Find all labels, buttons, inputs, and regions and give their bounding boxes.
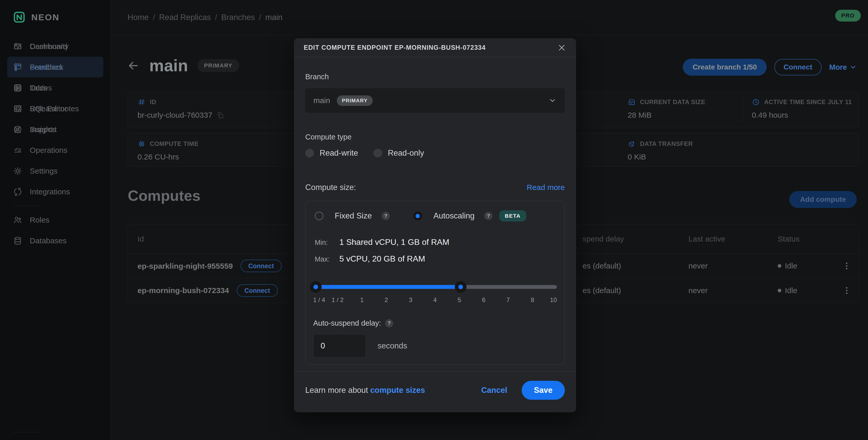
slider-tick: 4 bbox=[433, 296, 437, 304]
autoscaling-option[interactable]: Autoscaling ? bbox=[413, 211, 493, 221]
read-write-option[interactable]: Read-write bbox=[305, 149, 358, 158]
suspend-delay-cell: es (default) bbox=[583, 261, 621, 270]
topbar: Home / Read Replicas / Branches / main P… bbox=[111, 0, 868, 35]
community-icon bbox=[13, 41, 23, 51]
sidebar-item-support[interactable]: Support bbox=[7, 119, 103, 140]
modal-footer: Learn more about compute sizes Cancel Sa… bbox=[294, 371, 576, 412]
read-more-link[interactable]: Read more bbox=[527, 183, 565, 192]
read-only-option[interactable]: Read-only bbox=[373, 149, 424, 158]
breadcrumb-main: main bbox=[265, 13, 282, 22]
row-connect-button[interactable]: Connect bbox=[237, 284, 278, 297]
fixed-size-option[interactable]: Fixed Size ? bbox=[315, 211, 390, 221]
radio-icon bbox=[373, 149, 382, 157]
suspend-delay-cell: es (default) bbox=[583, 286, 621, 295]
add-compute-button[interactable]: Add compute bbox=[789, 191, 857, 208]
page-head: main PRIMARY bbox=[127, 56, 239, 75]
sidebar-item-community[interactable]: Community bbox=[7, 36, 103, 57]
sidebar-item-feedback[interactable]: Feedback bbox=[7, 57, 103, 77]
auto-suspend-input[interactable] bbox=[313, 334, 366, 358]
slider-handle-max[interactable] bbox=[455, 281, 467, 293]
slider-tick: 7 bbox=[506, 296, 510, 304]
more-button[interactable]: More bbox=[829, 63, 857, 71]
modal-title: EDIT COMPUTE ENDPOINT EP-MORNING-BUSH-07… bbox=[304, 44, 486, 51]
breadcrumb-branches[interactable]: Branches bbox=[221, 13, 255, 22]
docs-icon bbox=[13, 83, 23, 93]
create-branch-button[interactable]: Create branch 1/50 bbox=[683, 59, 767, 76]
radio-icon bbox=[305, 149, 314, 157]
slider-tick: 3 bbox=[409, 296, 412, 304]
slider-tick: 1 / 2 bbox=[332, 296, 344, 304]
release-notes-icon bbox=[13, 104, 23, 114]
auto-suspend-row: seconds bbox=[313, 334, 557, 358]
modal-header: EDIT COMPUTE ENDPOINT EP-MORNING-BUSH-07… bbox=[294, 38, 576, 57]
breadcrumb: Home / Read Replicas / Branches / main bbox=[127, 13, 282, 22]
stat-data-transfer: DATA TRANSFER 0 KiB bbox=[628, 140, 693, 161]
radio-selected-icon bbox=[413, 212, 422, 220]
status-cell: Idle bbox=[778, 261, 797, 270]
slider-tick: 5 bbox=[458, 296, 461, 304]
slider-handle-min[interactable] bbox=[310, 281, 322, 293]
page-title: main bbox=[149, 56, 188, 75]
sidebar-item-release-notes[interactable]: Release notes bbox=[7, 98, 103, 119]
feedback-icon bbox=[13, 62, 23, 72]
breadcrumb-home[interactable]: Home bbox=[127, 13, 149, 22]
compute-size-row: Compute size: Read more bbox=[305, 183, 565, 192]
close-icon[interactable] bbox=[557, 43, 566, 52]
branch-field-label: Branch bbox=[305, 72, 565, 81]
clock-icon bbox=[752, 98, 760, 106]
computes-heading: Computes bbox=[128, 187, 200, 204]
help-icon[interactable]: ? bbox=[385, 319, 393, 327]
slider-tick: 1 bbox=[360, 296, 364, 304]
primary-branch-badge: PRIMARY bbox=[197, 59, 239, 72]
neon-logo[interactable]: NEON bbox=[0, 0, 111, 24]
slider-tick: 2 bbox=[384, 296, 388, 304]
edit-compute-endpoint-modal: EDIT COMPUTE ENDPOINT EP-MORNING-BUSH-07… bbox=[294, 38, 576, 412]
compute-sizes-link[interactable]: compute sizes bbox=[370, 386, 425, 395]
branch-select[interactable]: main PRIMARY bbox=[305, 88, 565, 113]
help-icon[interactable]: ? bbox=[382, 212, 390, 220]
last-active-cell: never bbox=[688, 261, 708, 270]
copy-icon[interactable] bbox=[216, 111, 224, 119]
stat-active-time: ACTIVE TIME SINCE JULY 11 0.49 hours bbox=[752, 98, 852, 120]
cpu-icon bbox=[137, 140, 146, 148]
modal-body: Branch main PRIMARY Compute type Read-wr… bbox=[294, 72, 576, 365]
endpoint-id: ep-morning-bush-072334 bbox=[137, 286, 229, 295]
breadcrumb-read-replicas[interactable]: Read Replicas bbox=[159, 13, 211, 22]
back-arrow-icon[interactable] bbox=[127, 59, 140, 72]
pro-plan-badge[interactable]: PRO bbox=[835, 10, 861, 22]
compute-size-label: Compute size: bbox=[305, 183, 356, 192]
support-icon bbox=[13, 125, 23, 134]
max-value: 5 vCPU, 20 GB of RAM bbox=[339, 254, 425, 263]
save-button[interactable]: Save bbox=[522, 381, 565, 400]
column-last-active: Last active bbox=[688, 234, 725, 243]
kebab-menu-icon[interactable] bbox=[842, 286, 851, 295]
min-value: 1 Shared vCPU, 1 GB of RAM bbox=[339, 238, 450, 247]
column-suspend-delay: spend delay bbox=[583, 234, 624, 243]
compute-size-slider[interactable] bbox=[313, 281, 557, 293]
help-icon[interactable]: ? bbox=[484, 212, 493, 220]
column-status: Status bbox=[778, 234, 800, 243]
sidebar-item-docs[interactable]: Docs bbox=[7, 77, 103, 98]
neon-logo-icon bbox=[13, 11, 26, 24]
radio-unselected-icon bbox=[315, 212, 323, 220]
compute-type-options: Read-write Read-only bbox=[305, 149, 565, 158]
compute-time-value: 0.26 CU-hrs bbox=[137, 153, 179, 161]
max-label: Max: bbox=[315, 255, 339, 263]
row-connect-button[interactable]: Connect bbox=[241, 260, 282, 272]
page-actions: Create branch 1/50 Connect More bbox=[683, 59, 857, 76]
learn-more-text: Learn more about compute sizes bbox=[305, 386, 425, 395]
branch-id-value: br-curly-cloud-760337 bbox=[137, 111, 212, 120]
chevron-down-icon bbox=[549, 96, 557, 105]
cancel-button[interactable]: Cancel bbox=[481, 386, 507, 395]
endpoint-id: ep-sparkling-night-955559 bbox=[137, 261, 233, 270]
data-transfer-value: 0 KiB bbox=[628, 153, 646, 161]
hash-icon bbox=[137, 98, 146, 106]
slider-tick: 8 bbox=[531, 296, 534, 304]
connect-button[interactable]: Connect bbox=[774, 59, 822, 75]
stat-compute-time: COMPUTE TIME 0.26 CU-hrs bbox=[137, 140, 198, 161]
stat-id: ID br-curly-cloud-760337 bbox=[137, 98, 224, 120]
kebab-menu-icon[interactable] bbox=[842, 261, 851, 271]
active-time-value: 0.49 hours bbox=[752, 111, 788, 120]
auto-suspend-label: Auto-suspend delay: ? bbox=[313, 319, 557, 327]
primary-badge: PRIMARY bbox=[337, 95, 373, 106]
